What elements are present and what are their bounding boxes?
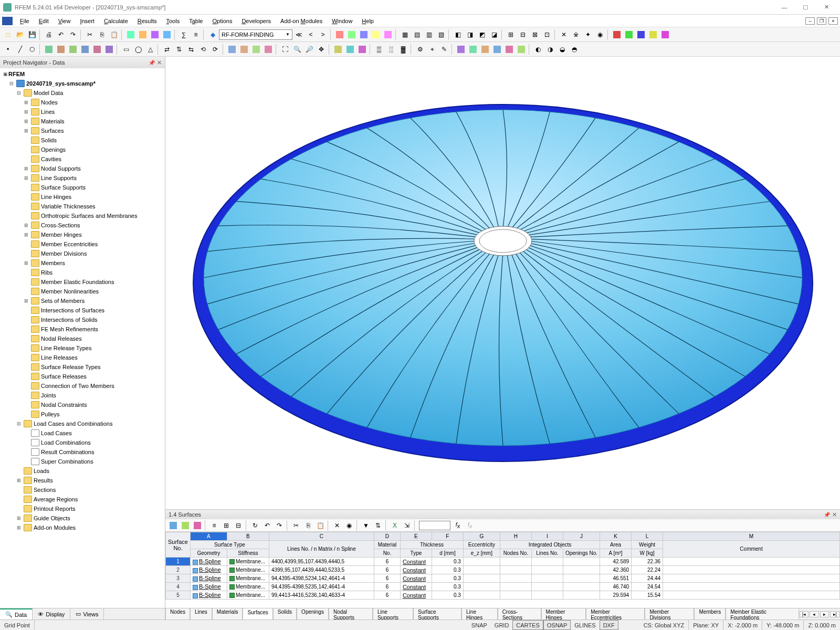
tool-r-icon[interactable]: ✕ bbox=[558, 29, 570, 40]
tree-item[interactable]: ⊞Sets of Members bbox=[1, 296, 164, 306]
tt-cut-icon[interactable]: ✂ bbox=[290, 520, 302, 531]
save-icon[interactable]: 💾 bbox=[26, 29, 38, 40]
tool-t-icon[interactable]: ✦ bbox=[582, 29, 594, 40]
tool-d-icon[interactable] bbox=[370, 29, 382, 40]
tool-o-icon[interactable]: ⊟ bbox=[517, 29, 529, 40]
col-letter-a[interactable]: A bbox=[190, 532, 227, 541]
results-icon[interactable]: ≡ bbox=[190, 29, 202, 40]
menu-options[interactable]: Options bbox=[208, 17, 236, 25]
tool-w-icon[interactable] bbox=[623, 29, 635, 40]
tool-j-icon[interactable]: ◧ bbox=[452, 29, 464, 40]
menu-results[interactable]: Results bbox=[133, 17, 161, 25]
redo-icon[interactable]: ↷ bbox=[67, 29, 79, 40]
op-b-icon[interactable]: ⇅ bbox=[173, 44, 185, 55]
module-icon[interactable]: ◆ bbox=[207, 29, 218, 40]
op-h-icon[interactable] bbox=[250, 44, 262, 55]
tree-item[interactable]: Joints bbox=[1, 391, 164, 400]
pan-icon[interactable]: ✥ bbox=[316, 44, 327, 55]
menu-tools[interactable]: Tools bbox=[162, 17, 184, 25]
tree-item[interactable]: Ribs bbox=[1, 268, 164, 277]
tool-e-icon[interactable] bbox=[382, 29, 394, 40]
op-i-icon[interactable] bbox=[262, 44, 274, 55]
bottom-tab[interactable]: Member Elastic Foundations bbox=[726, 608, 799, 620]
undo-icon[interactable]: ↶ bbox=[55, 29, 67, 40]
tt-redo-icon[interactable]: ↷ bbox=[274, 520, 285, 531]
sel-a-icon[interactable]: ▭ bbox=[120, 44, 132, 55]
model-viewport[interactable] bbox=[165, 57, 840, 509]
close-button[interactable]: ✕ bbox=[816, 1, 837, 14]
tree-item[interactable]: Intersections of Solids bbox=[1, 315, 164, 324]
bottom-tab[interactable]: Member Eccentricities bbox=[586, 608, 645, 620]
menu-addon-modules[interactable]: Add-on Modules bbox=[276, 17, 327, 25]
draw-e-icon[interactable] bbox=[91, 44, 103, 55]
paste-icon[interactable]: 📋 bbox=[108, 29, 120, 40]
tool-q-icon[interactable]: ⊡ bbox=[541, 29, 553, 40]
op-f-icon[interactable] bbox=[226, 44, 238, 55]
nav-tab-views[interactable]: ▭Views bbox=[70, 608, 104, 620]
maximize-button[interactable]: ▢ bbox=[795, 1, 816, 14]
print-icon[interactable]: 🖨 bbox=[43, 29, 55, 40]
tab-nav-prev-icon[interactable]: ◂ bbox=[810, 611, 819, 617]
view-3-icon[interactable] bbox=[149, 29, 161, 40]
tree-item[interactable]: Nodal Constraints bbox=[1, 400, 164, 410]
tree-item[interactable]: ⊞Lines bbox=[1, 107, 164, 117]
tt-sort-icon[interactable]: ⇅ bbox=[372, 520, 384, 531]
col-letter-m[interactable]: M bbox=[663, 532, 840, 541]
tool-p-icon[interactable]: ⊠ bbox=[529, 29, 541, 40]
col-letter-k[interactable]: K bbox=[600, 532, 632, 541]
bottom-tab[interactable]: Line Hinges bbox=[461, 608, 498, 620]
tool-k-icon[interactable]: ◨ bbox=[464, 29, 476, 40]
tree-root[interactable]: ▣RFEM bbox=[1, 69, 164, 79]
tree-item[interactable]: Member Nonlinearities bbox=[1, 287, 164, 296]
draw-c-icon[interactable] bbox=[67, 44, 79, 55]
calc-icon[interactable]: ∑ bbox=[178, 29, 190, 40]
nav-tab-display[interactable]: 👁Display bbox=[33, 608, 70, 620]
menu-view[interactable]: View bbox=[54, 17, 75, 25]
col-letter-h[interactable]: H bbox=[500, 532, 531, 541]
tree-item[interactable]: Load Combinations bbox=[1, 438, 164, 447]
tree-item[interactable]: ⊞Materials bbox=[1, 117, 164, 126]
menu-help[interactable]: Help bbox=[358, 17, 378, 25]
tree-item[interactable]: Member Eccentricities bbox=[1, 239, 164, 249]
tool-s-icon[interactable]: ※ bbox=[570, 29, 582, 40]
tree-model-data[interactable]: ⊟Model Data bbox=[1, 88, 164, 98]
nav-first-icon[interactable]: ≪ bbox=[293, 29, 304, 40]
table-close-icon[interactable]: ✕ bbox=[832, 511, 837, 518]
tree-project[interactable]: ⊟20240719_sys-smscamp* bbox=[1, 79, 164, 88]
nav-next-icon[interactable]: > bbox=[317, 29, 329, 40]
status-toggle-dxf[interactable]: DXF bbox=[600, 620, 618, 630]
tree-item[interactable]: Openings bbox=[1, 145, 164, 154]
mesh-b-icon[interactable]: ░ bbox=[385, 44, 397, 55]
view-4-icon[interactable] bbox=[161, 29, 173, 40]
zoom-fit-icon[interactable]: ⛶ bbox=[279, 44, 291, 55]
sel-b-icon[interactable]: ◯ bbox=[132, 44, 144, 55]
bottom-tab[interactable]: Lines bbox=[190, 608, 212, 620]
tree-item[interactable]: Member Elastic Foundations bbox=[1, 277, 164, 287]
tree-item[interactable]: Printout Reports bbox=[1, 504, 164, 513]
col-letter-d[interactable]: D bbox=[374, 532, 400, 541]
op-c-icon[interactable]: ⇆ bbox=[185, 44, 197, 55]
tree-item[interactable]: Surface Releases bbox=[1, 372, 164, 381]
tt-a-icon[interactable] bbox=[167, 520, 179, 531]
zoom-in-icon[interactable]: 🔍 bbox=[291, 44, 303, 55]
menu-calculate[interactable]: Calculate bbox=[100, 17, 132, 25]
misc-i-icon[interactable] bbox=[516, 44, 527, 55]
nav-prev-icon[interactable]: < bbox=[305, 29, 317, 40]
bottom-tab[interactable]: Cross-Sections bbox=[498, 608, 541, 620]
bottom-tab[interactable]: Member Divisions bbox=[645, 608, 694, 620]
tt-fx2-icon[interactable]: fx bbox=[464, 520, 476, 531]
op-e-icon[interactable]: ⟳ bbox=[209, 44, 221, 55]
bottom-tab[interactable]: Nodal Supports bbox=[329, 608, 373, 620]
status-toggle-glines[interactable]: GLINES bbox=[571, 620, 599, 630]
tree-item[interactable]: Nodal Releases bbox=[1, 334, 164, 343]
tool-x-icon[interactable] bbox=[635, 29, 647, 40]
tool-m-icon[interactable]: ◪ bbox=[488, 29, 500, 40]
tt-sel-icon[interactable]: ◉ bbox=[343, 520, 355, 531]
tool-g-icon[interactable]: ▤ bbox=[411, 29, 423, 40]
tree-item[interactable]: Connection of Two Members bbox=[1, 381, 164, 391]
col-letter-i[interactable]: I bbox=[531, 532, 563, 541]
sel-c-icon[interactable]: △ bbox=[144, 44, 156, 55]
bottom-tab[interactable]: Materials bbox=[212, 608, 243, 620]
tree-item[interactable]: ⊞Member Hinges bbox=[1, 230, 164, 239]
table-row[interactable]: 5 B-Spline Membrane... 99,4413-4416,5236… bbox=[166, 591, 840, 600]
